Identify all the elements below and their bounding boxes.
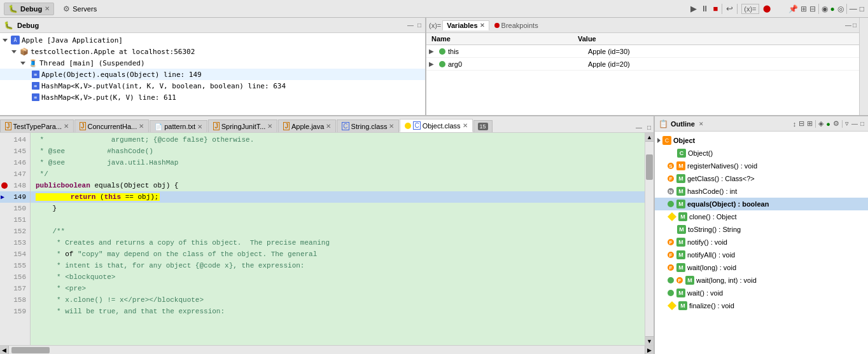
outline-close[interactable]: ✕ (699, 121, 704, 127)
tab-txt-icon: 📄 (155, 123, 162, 130)
var-col-name: Name (429, 34, 575, 43)
servers-tab[interactable]: ⚙ Servers (59, 3, 101, 15)
outline-collapse-icon[interactable]: ⊟ (799, 119, 804, 128)
tab-pattern-close[interactable]: ✕ (197, 123, 202, 130)
tab-concurrent[interactable]: J ConcurrentHa... ✕ (74, 119, 149, 132)
var-row-arg0[interactable]: ▶ arg0 Apple (id=20) (426, 58, 859, 71)
outline-expand-icon[interactable]: ⊞ (807, 119, 813, 128)
outline-separator2 (842, 120, 843, 128)
scroll-up-btn[interactable]: ▲ (645, 133, 654, 142)
expand-arg0[interactable]: ▶ (429, 60, 437, 67)
debug-tab[interactable]: 🐛 Debug ✕ (4, 3, 54, 15)
debug-max-btn[interactable]: □ (417, 22, 421, 29)
outline-item-tostring[interactable]: M toString() : String (655, 223, 868, 236)
expand-this[interactable]: ▶ (429, 48, 437, 55)
scroll-down-btn[interactable]: ▼ (645, 336, 654, 345)
var-action3[interactable]: ◎ (837, 4, 844, 13)
outline-item-getclass[interactable]: F M getClass() : Class<?> (655, 172, 868, 185)
arrow-thread (20, 62, 25, 65)
dot-this (439, 48, 445, 55)
tab-object-close[interactable]: ✕ (463, 122, 468, 129)
arrow-app (3, 39, 8, 42)
outline-settings-icon[interactable]: ⚙ (833, 119, 839, 128)
tab-concurrent-close[interactable]: ✕ (139, 123, 144, 130)
tree-item-frame2[interactable]: ≡ HashMap<K,V>.putVal(int, K, V, boolean… (0, 80, 425, 92)
tab-pattern[interactable]: 📄 pattern.txt ✕ (150, 120, 207, 132)
max-icon[interactable]: □ (860, 4, 864, 13)
outline-item-notify[interactable]: F M notify() : void (655, 236, 868, 248)
outline-filter-icon[interactable]: ● (826, 120, 830, 128)
debug-min-btn[interactable]: — (407, 22, 414, 29)
code-line-159: * will be true, and that the expression: (31, 306, 645, 317)
outline-min-btn[interactable]: — (851, 120, 858, 127)
tree-item-thread[interactable]: 🧵 Thread [main] (Suspended) (0, 57, 425, 69)
outline-item-constructor[interactable]: C Object() (655, 147, 868, 160)
outline-max-btn[interactable]: □ (860, 120, 864, 127)
editor-hscroll[interactable]: ◀ ▶ (0, 345, 654, 354)
debug-close-icon[interactable]: ✕ (45, 5, 50, 12)
tab-testtype[interactable]: J TestTypePara... ✕ (0, 119, 74, 132)
tab-apple-close[interactable]: ✕ (326, 123, 331, 130)
editor-vscroll[interactable]: ▲ ▼ (645, 133, 654, 345)
tab-string[interactable]: C String.class ✕ (337, 119, 399, 132)
tab-apple[interactable]: J Apple.java ✕ (278, 119, 336, 132)
editor-tab-max[interactable]: □ (645, 123, 654, 132)
code-content[interactable]: * argument; {@code false} otherwise. * @… (31, 133, 645, 345)
outline-item-wait[interactable]: M wait() : void (655, 287, 868, 299)
var-action1[interactable]: ◉ (822, 4, 828, 13)
variables-tab-close[interactable]: ✕ (480, 22, 485, 29)
breakpoints-icon[interactable]: ⬤ (763, 4, 771, 13)
outline-item-hashcode[interactable]: N M hashCode() : int (655, 185, 868, 198)
outline-root[interactable]: C Object (655, 134, 868, 147)
tree-item-frame1[interactable]: ≡ Apple(Object).equals(Object) line: 149 (0, 69, 425, 80)
tab-object[interactable]: C Object.class ✕ (400, 119, 472, 132)
resume-icon[interactable]: ▶ (690, 4, 697, 13)
var-expand-all-icon[interactable]: ⊟ (809, 4, 816, 13)
outline-item-register[interactable]: S M registerNatives() : void (655, 160, 868, 172)
editor-tab-min[interactable]: — (633, 123, 645, 132)
code-line-156: * <blockquote> (31, 271, 645, 283)
tab-string-close[interactable]: ✕ (389, 123, 394, 130)
top-right-scroll[interactable] (859, 18, 868, 115)
step-separator (737, 4, 738, 14)
equals-icon: M (676, 200, 685, 208)
hscroll-right[interactable]: ▶ (645, 346, 654, 355)
outline-item-equals[interactable]: M equals(Object) : boolean (655, 198, 868, 210)
var-action2[interactable]: ● (830, 4, 835, 13)
line-num-146: 146 (0, 157, 30, 168)
var-collapse-icon[interactable]: ⊞ (801, 4, 807, 13)
tab-spring[interactable]: J SpringJunitT... ✕ (208, 119, 277, 132)
variables-tab[interactable]: Variables ✕ (442, 20, 489, 31)
terminate-icon[interactable]: ■ (713, 4, 718, 13)
getclass-icon: M (676, 174, 685, 183)
suspend-icon[interactable]: ⏸ (701, 4, 709, 13)
outline-item-clone[interactable]: M clone() : Object (655, 210, 868, 223)
outline-item-notifyall[interactable]: F M notifyAll() : void (655, 248, 868, 261)
outline-item-finalize[interactable]: M finalize() : void (655, 299, 868, 312)
tree-item-app[interactable]: A Apple [Java Application] (0, 34, 425, 46)
outline-hide-icon[interactable]: ◈ (818, 119, 823, 128)
var-min-btn[interactable]: — (845, 22, 851, 29)
min-icon[interactable]: — (850, 4, 857, 13)
variables-icon[interactable]: (x)= (741, 4, 759, 14)
tab-testtype-close[interactable]: ✕ (64, 123, 69, 130)
bottom-pane: J TestTypePara... ✕ J ConcurrentHa... ✕ … (0, 116, 868, 354)
scroll-thumb[interactable] (646, 154, 653, 180)
outline-item-waitlong[interactable]: F M wait(long) : void (655, 261, 868, 274)
tab-spring-close[interactable]: ✕ (267, 123, 272, 130)
outline-item-notify-label: notify() : void (687, 238, 727, 246)
var-max-btn[interactable]: □ (853, 22, 857, 29)
outline-chevron-down[interactable]: ▿ (845, 119, 849, 128)
step-return-icon[interactable]: ↩ (726, 4, 733, 13)
tab-num[interactable]: 15 (473, 120, 493, 132)
var-row-this[interactable]: ▶ this Apple (id=30) (426, 45, 859, 58)
tab-java-icon-3: J (213, 122, 220, 130)
hscroll-thumb[interactable] (11, 347, 50, 353)
outline-item-waitlongint[interactable]: F M wait(long, int) : void (655, 274, 868, 287)
hscroll-left[interactable]: ◀ (0, 346, 9, 355)
var-pin-icon[interactable]: 📌 (788, 4, 798, 13)
tree-item-collection[interactable]: 📦 testcollection.Apple at localhost:5630… (0, 46, 425, 57)
outline-sort-icon[interactable]: ↕ (793, 120, 797, 128)
breakpoints-tab[interactable]: Breakpoints (491, 21, 542, 30)
tree-item-frame3[interactable]: ≡ HashMap<K,V>.put(K, V) line: 611 (0, 92, 425, 103)
